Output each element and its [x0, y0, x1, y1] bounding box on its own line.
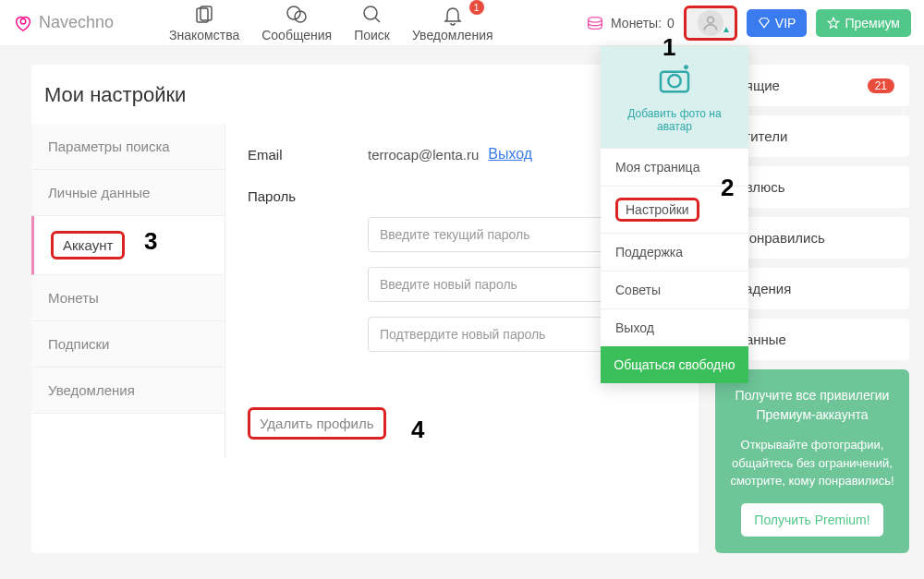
search-icon [361, 4, 383, 26]
svg-point-5 [364, 6, 377, 19]
chevron-up-icon: ▲ [722, 24, 731, 34]
tab-personal[interactable]: Личные данные [31, 170, 225, 216]
coins-display[interactable]: Монеты: 0 [585, 13, 675, 33]
top-nav: Знакомства Сообщения Поиск 1 Уведомления [169, 4, 492, 42]
dropdown-support[interactable]: Поддержка [601, 233, 748, 271]
nav-dating[interactable]: Знакомства [169, 4, 239, 42]
current-password-input[interactable] [368, 217, 608, 252]
nav-search[interactable]: Поиск [354, 4, 390, 42]
tab-account[interactable]: Аккаунт [31, 216, 225, 275]
promo-text: Открывайте фотографии, общайтесь без огр… [728, 436, 896, 490]
svg-point-6 [589, 17, 602, 21]
vip-button[interactable]: VIP [747, 9, 808, 37]
annotation-4: 4 [411, 416, 424, 444]
dropdown-logout[interactable]: Выход [601, 308, 748, 346]
diamond-icon [758, 17, 771, 30]
bell-icon [442, 4, 464, 26]
header-right: Монеты: 0 ▲ VIP Премиум [585, 6, 911, 41]
avatar-icon [698, 10, 723, 36]
main: Мои настройки Параметры поиска Личные да… [0, 46, 924, 553]
tab-coins[interactable]: Монеты [31, 275, 225, 321]
settings-panel: Мои настройки Параметры поиска Личные да… [31, 65, 699, 553]
get-premium-button[interactable]: Получить Premium! [741, 503, 882, 537]
coins-icon [585, 13, 605, 33]
svg-point-0 [20, 18, 26, 24]
promo-title: Получите все привилегии Премиум-аккаунта [728, 386, 896, 425]
chat-icon [286, 4, 308, 26]
svg-point-9 [668, 75, 680, 87]
nav-messages[interactable]: Сообщения [261, 4, 332, 42]
premium-promo: Получите все привилегии Премиум-аккаунта… [715, 369, 909, 553]
heart-icon [13, 13, 33, 33]
delete-row: Удалить профиль [248, 407, 676, 440]
avatar-dropdown: Добавить фото на аватар Моя страница Нас… [601, 46, 748, 383]
password-label: Пароль [248, 188, 368, 204]
dropdown-chat-free[interactable]: Общаться свободно [601, 346, 748, 383]
notif-badge: 1 [469, 0, 484, 15]
annotation-3: 3 [144, 227, 157, 256]
brand-name: Navechno [39, 13, 114, 32]
settings-body: Параметры поиска Личные данные Аккаунт М… [31, 124, 699, 458]
cards-icon [193, 4, 215, 26]
email-label: Email [248, 147, 368, 163]
dropdown-tips[interactable]: Советы [601, 271, 748, 308]
header: Navechno Знакомства Сообщения Поиск 1 Ув… [0, 0, 924, 46]
delete-profile-button[interactable]: Удалить профиль [248, 407, 386, 440]
incoming-badge: 21 [868, 78, 894, 93]
confirm-password-input[interactable] [368, 317, 608, 352]
avatar-menu-trigger[interactable]: ▲ [684, 6, 737, 41]
annotation-2: 2 [721, 174, 734, 202]
premium-button[interactable]: Премиум [816, 9, 911, 37]
svg-point-7 [708, 17, 714, 23]
settings-tabs: Параметры поиска Личные данные Аккаунт М… [31, 124, 225, 458]
annotation-1: 1 [663, 33, 675, 62]
tab-notifications[interactable]: Уведомления [31, 368, 225, 414]
page-title: Мои настройки [31, 83, 699, 124]
camera-plus-icon [656, 61, 693, 98]
logout-link[interactable]: Выход [488, 146, 532, 163]
svg-point-3 [287, 6, 300, 19]
tab-subs[interactable]: Подписки [31, 321, 225, 368]
tab-search-params[interactable]: Параметры поиска [31, 124, 225, 170]
email-value: terrocap@lenta.ru [368, 147, 479, 163]
logo[interactable]: Navechno [13, 13, 114, 33]
nav-notifications[interactable]: 1 Уведомления [412, 4, 493, 42]
star-icon [827, 17, 840, 30]
new-password-input[interactable] [368, 267, 608, 302]
